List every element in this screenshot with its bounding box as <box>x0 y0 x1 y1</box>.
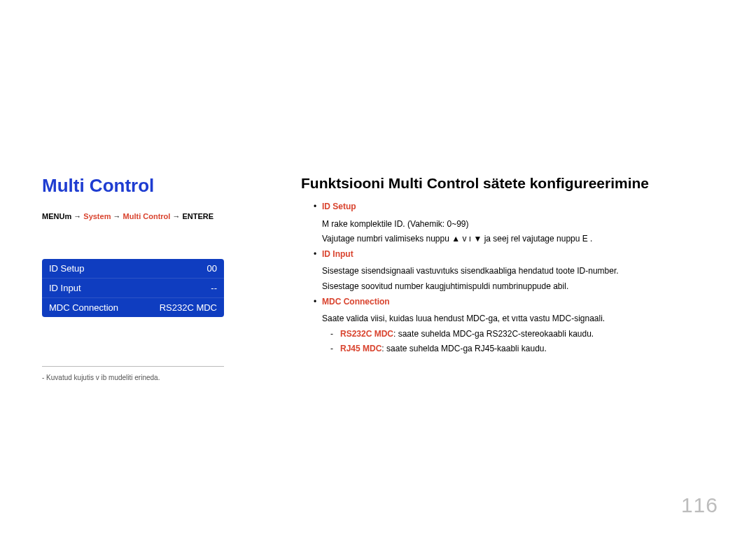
menu-row-id-input: ID Input -- <box>42 279 224 298</box>
content-title: Funktsiooni Multi Control sätete konfigu… <box>301 175 714 192</box>
item-id-input: •ID Input <box>314 248 714 261</box>
breadcrumb-enter-suffix: E <box>209 212 214 220</box>
bullet-icon: • <box>314 248 322 261</box>
item-mdc-connection: •MDC Connection <box>314 295 714 309</box>
settings-menu: ID Setup 00 ID Input -- MDC Connection R… <box>42 259 224 317</box>
dash-icon: - <box>330 328 340 341</box>
item-text: Saate valida viisi, kuidas luua hendust … <box>322 312 714 325</box>
item-text: Sisestage sisendsignaali vastuvıtuks sis… <box>322 265 714 278</box>
section-title: Multi Control <box>42 175 259 197</box>
breadcrumb-enter: ENTER <box>183 212 209 220</box>
subitem-bold: RS232C MDC <box>340 329 393 339</box>
menu-label: MDC Connection <box>49 302 118 313</box>
breadcrumb-arrow: → <box>111 212 122 220</box>
breadcrumb: MENUm → System → Multi Control → ENTERE <box>42 212 259 220</box>
breadcrumb-system: System <box>83 212 111 220</box>
footnote: - Kuvatud kujutis v ib mudeliti erineda. <box>42 374 259 381</box>
item-heading: ID Setup <box>322 202 356 211</box>
footnote-text: Kuvatud kujutis v ib mudeliti erineda. <box>46 374 160 381</box>
bullet-icon: • <box>314 200 322 213</box>
menu-value: RS232C MDC <box>160 302 217 313</box>
breadcrumb-menu-suffix: m <box>64 212 71 220</box>
page-number: 116 <box>681 493 718 517</box>
item-heading: ID Input <box>322 249 354 259</box>
item-text: M rake komplektile ID. (Vahemik: 0~99) <box>322 218 714 231</box>
item-heading: MDC Connection <box>322 297 390 307</box>
page-content: Multi Control MENUm → System → Multi Con… <box>0 0 756 381</box>
divider <box>42 366 224 367</box>
item-text: Sisestage soovitud number kaugjuhtimispu… <box>322 280 714 293</box>
subitem-text: : saate suhelda MDC-ga RS232C-stereokaab… <box>393 329 594 339</box>
menu-value: -- <box>211 283 217 293</box>
right-column: Funktsiooni Multi Control sätete konfigu… <box>301 175 714 381</box>
item-text: Vajutage numbri valimiseks nuppu ▲ v ı ▼… <box>322 232 714 246</box>
menu-label: ID Input <box>49 283 81 293</box>
breadcrumb-multi-control: Multi Control <box>123 212 171 220</box>
bullet-icon: • <box>314 295 322 309</box>
dash-icon: - <box>330 342 340 356</box>
left-column: Multi Control MENUm → System → Multi Con… <box>42 175 259 381</box>
subitem-bold: RJ45 MDC <box>340 344 382 353</box>
menu-row-mdc-connection: MDC Connection RS232C MDC <box>42 298 224 317</box>
menu-label: ID Setup <box>49 263 85 274</box>
subitem-text: : saate suhelda MDC-ga RJ45-kaabli kaudu… <box>382 344 546 353</box>
breadcrumb-arrow: → <box>71 212 83 220</box>
subitem-rs232c: -RS232C MDC: saate suhelda MDC-ga RS232C… <box>330 328 714 341</box>
breadcrumb-menu: MENU <box>42 212 64 220</box>
menu-value: 00 <box>207 263 217 274</box>
subitem-rj45: -RJ45 MDC: saate suhelda MDC-ga RJ45-kaa… <box>330 342 714 356</box>
content-list: •ID Setup M rake komplektile ID. (Vahemi… <box>301 200 714 356</box>
item-id-setup: •ID Setup <box>314 200 714 213</box>
breadcrumb-arrow: → <box>170 212 182 220</box>
menu-row-id-setup: ID Setup 00 <box>42 259 224 279</box>
